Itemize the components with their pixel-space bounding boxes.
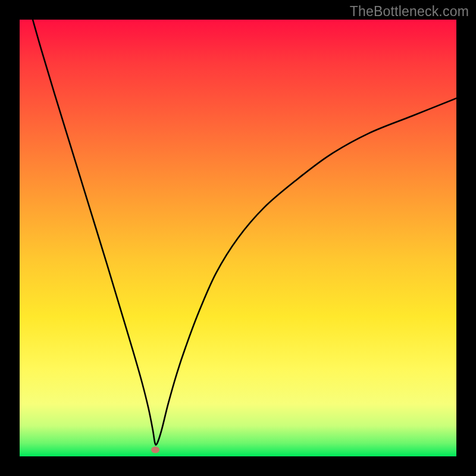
minimum-marker (151, 446, 159, 453)
plot-area (20, 20, 456, 456)
watermark-text: TheBottleneck.com (350, 4, 469, 20)
curve-path (33, 20, 456, 445)
bottleneck-curve (20, 20, 456, 456)
chart-frame: TheBottleneck.com (0, 0, 476, 476)
